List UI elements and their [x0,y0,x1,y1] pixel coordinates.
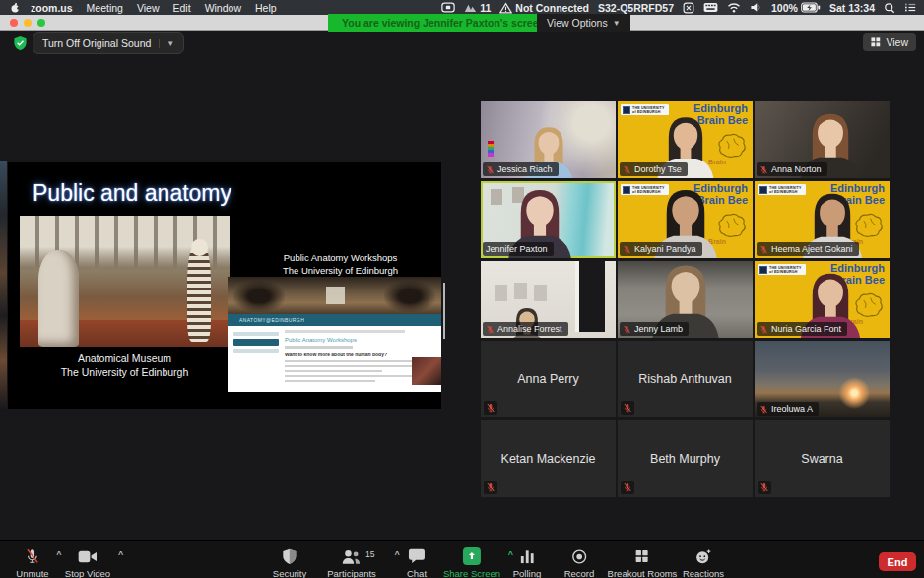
scrollbar-thumb[interactable] [443,283,445,339]
participants-button[interactable]: 15 Participants ^ [327,547,376,578]
participants-count: 15 [365,549,374,559]
participant-tile-kalyani-pandya[interactable]: THE UNIVERSITY of EDINBURGHEdinburghBrai… [618,181,753,258]
security-button[interactable]: Security [273,547,306,578]
participant-name-tag: Anna Norton [757,162,827,176]
menu-help[interactable]: Help [255,2,277,14]
participant-tile-beth-murphy[interactable]: Beth Murphy [618,420,753,497]
screen-block-icon[interactable] [683,2,694,14]
muted-indicator [484,401,497,415]
participant-name-tag: Jennifer Paxton [483,242,554,256]
muted-mic-icon [24,547,40,565]
webpage-page-title: Public Anatomy Workshops [285,337,435,343]
share-screen-icon [463,547,481,565]
zoom-meeting-window: zoom.us Meeting View Edit Window Help 11… [0,0,924,578]
participant-tile-jennifer-paxton[interactable]: Jennifer Paxton [481,181,616,258]
participant-tile-ireoluwa-a[interactable]: Ireoluwa A [755,341,890,417]
participant-tile-rishab-anthuvan[interactable]: Rishab Anthuvan [618,341,753,417]
chevron-up-icon[interactable]: ^ [56,549,61,559]
university-crest-icon [759,266,767,274]
wifi-icon[interactable] [727,2,741,13]
participant-name-tag: Jenny Lamb [620,322,689,336]
video-camera-icon [78,547,98,565]
polling-button[interactable]: Polling [513,547,542,578]
app-menu-zoom[interactable]: zoom.us [31,2,73,14]
breakout-rooms-icon [634,547,650,565]
muted-indicator [621,481,634,494]
university-crest-icon [759,186,767,194]
end-meeting-button[interactable]: End [879,552,916,571]
menu-view[interactable]: View [137,2,160,14]
turn-off-original-sound-button[interactable]: Turn Off Original Sound▼ [33,32,184,54]
record-button[interactable]: Record [564,547,595,578]
participant-tile-annalise-forrest[interactable]: Annalise Forrest [481,261,616,338]
original-sound-shield-icon [13,35,28,55]
participant-tile-anna-norton[interactable]: Anna Norton [755,101,890,178]
participant-tile-anna-perry[interactable]: Anna Perry [481,341,616,417]
apple-menu-icon[interactable] [10,2,21,14]
participant-name: Nuria Garcia Font [771,324,841,334]
volume-icon[interactable] [750,2,762,13]
participant-name: Kalyani Pandya [634,244,696,254]
university-crest-icon [623,186,630,194]
participant-tile-swarna[interactable]: Swarna [755,420,890,497]
screen-recording-icon[interactable] [441,2,455,13]
polling-bars-icon [519,547,536,565]
chevron-up-icon[interactable]: ^ [395,549,400,559]
muted-indicator [484,481,497,494]
view-options-dropdown[interactable]: View Options▼ [537,14,630,32]
participant-tile-dorothy-tse[interactable]: THE UNIVERSITY of EDINBURGHEdinburghBrai… [618,101,753,178]
menu-bar-clock[interactable]: Sat 13:34 [829,2,875,14]
participant-name-tag: Nuria Garcia Font [757,322,847,336]
zoom-window-button[interactable] [37,19,45,27]
chevron-up-icon[interactable]: ^ [118,549,123,559]
participant-tile-jenny-lamb[interactable]: Jenny Lamb [618,261,753,338]
menu-edit[interactable]: Edit [173,2,191,14]
shared-screen-edge [0,161,7,411]
chat-button[interactable]: Chat [407,547,427,578]
participant-name-tag: Ireoluwa A [757,402,819,416]
menu-meeting[interactable]: Meeting [87,2,123,14]
close-window-button[interactable] [10,19,18,27]
share-screen-button[interactable]: Share Screen ^ [443,547,500,578]
minimize-window-button[interactable] [24,19,32,27]
participants-icon: 15 [341,547,362,565]
muted-mic-icon [759,325,768,334]
muted-mic-icon [486,325,495,334]
participant-name: Anna Norton [771,164,822,174]
breakout-rooms-button[interactable]: Breakout Rooms [608,547,678,578]
muted-mic-icon [759,165,768,174]
muted-mic-icon [759,482,769,492]
view-layout-button[interactable]: View [863,33,916,51]
chevron-down-icon[interactable]: ▼ [159,39,174,48]
app-status-badge[interactable]: 11 [464,2,491,14]
participant-name-tag: Dorothy Tse [620,162,688,176]
security-shield-icon [282,547,297,565]
keyboard-icon[interactable] [703,2,718,13]
museum-caption: Anatomical Museum The University of Edin… [20,352,230,379]
participant-name: Rishab Anthuvan [638,372,732,386]
menu-window[interactable]: Window [205,2,241,14]
notification-center-icon[interactable] [904,2,916,13]
participant-name-tag: Heema Ajeet Gokani [757,242,859,256]
webpage-heading: Want to know more about the human body? [285,352,435,357]
participant-name: Ireoluwa A [771,404,813,414]
unmute-button[interactable]: Unmute ^ [16,547,48,578]
participant-tile-heema-ajeet-gokani[interactable]: THE UNIVERSITY of EDINBURGHEdinburghBrai… [755,181,890,258]
macos-menu-bar: zoom.us Meeting View Edit Window Help 11… [0,0,924,15]
participant-name: Anna Perry [517,372,579,386]
muted-mic-icon [486,482,495,492]
participant-name-tag: Jessica Riach [483,162,559,176]
reactions-button[interactable]: Reactions [683,547,724,578]
participant-tile-ketan-mackenzie[interactable]: Ketan Mackenzie [481,420,616,497]
participant-tile-nuria-garcia-font[interactable]: THE UNIVERSITY of EDINBURGHEdinburghBrai… [755,261,890,338]
connection-status[interactable]: Not Connected [499,2,589,14]
muted-mic-icon [759,405,768,414]
shared-slide: Public and anatomy Anatomical Museum The… [8,162,441,409]
muted-mic-icon [623,325,631,334]
stop-video-button[interactable]: Stop Video ^ [65,547,110,578]
muted-mic-icon [623,482,632,492]
spotlight-search-icon[interactable] [884,2,895,14]
battery-status[interactable]: 100% [771,2,821,14]
webpage-site-header: ANATOMY@EDINBURGH [228,314,441,326]
participant-tile-jessica-riach[interactable]: Jessica Riach [481,101,616,178]
